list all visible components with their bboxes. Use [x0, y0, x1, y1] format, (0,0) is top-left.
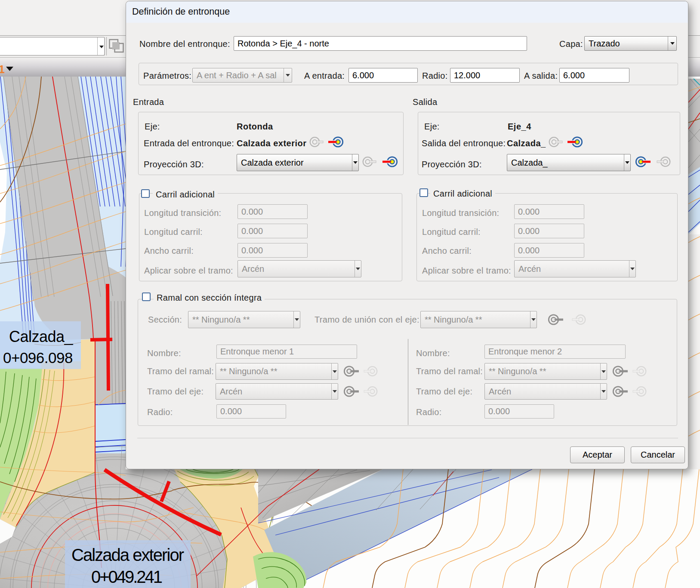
svg-text:0+049.241: 0+049.241: [91, 567, 163, 586]
svg-text:1: 1: [0, 63, 5, 75]
svg-text:Calzada exterior: Calzada exterior: [71, 545, 184, 564]
svg-text:Calzada_: Calzada_: [9, 328, 74, 345]
svg-text:0+096.098: 0+096.098: [3, 349, 73, 366]
